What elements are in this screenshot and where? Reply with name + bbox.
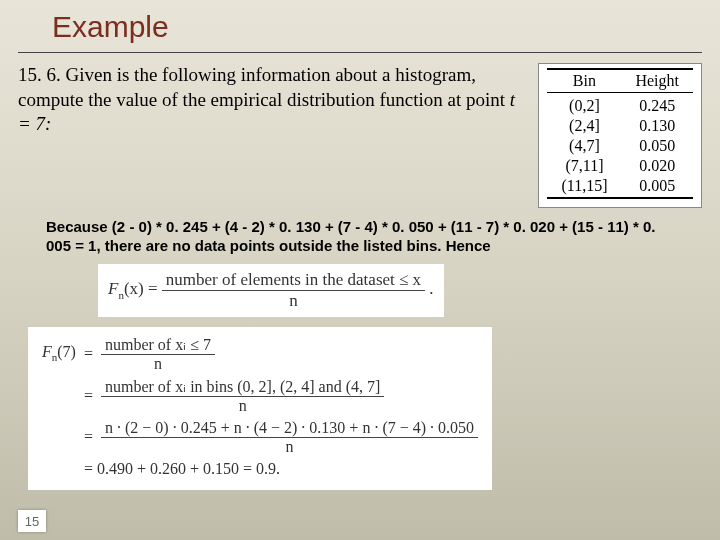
histogram-table: Bin Height (0,2]0.245 (2,4]0.130 (4,7]0.… [538,63,702,208]
col-bin: Bin [547,69,621,93]
table-row: (11,15]0.005 [547,176,693,198]
formula-calc: Fn(7) = number of xᵢ ≤ 7n = number of xᵢ… [18,317,702,494]
table-row: (4,7]0.050 [547,136,693,156]
page-number: 15 [18,510,46,532]
col-height: Height [621,69,693,93]
slide-title: Example [52,10,702,44]
formula-edf-def: Fn(x) = number of elements in the datase… [18,264,702,317]
table-row: (0,2]0.245 [547,93,693,116]
because-text: Because (2 - 0) * 0. 245 + (4 - 2) * 0. … [46,218,682,256]
question-lead: 15. 6. Given is the following informatio… [18,64,510,110]
question-text: 15. 6. Given is the following informatio… [18,63,528,137]
table-row: (2,4]0.130 [547,116,693,136]
table-row: (7,11]0.020 [547,156,693,176]
slide: Example 15. 6. Given is the following in… [0,0,720,540]
question-row: 15. 6. Given is the following informatio… [18,63,702,208]
title-divider [18,52,702,53]
